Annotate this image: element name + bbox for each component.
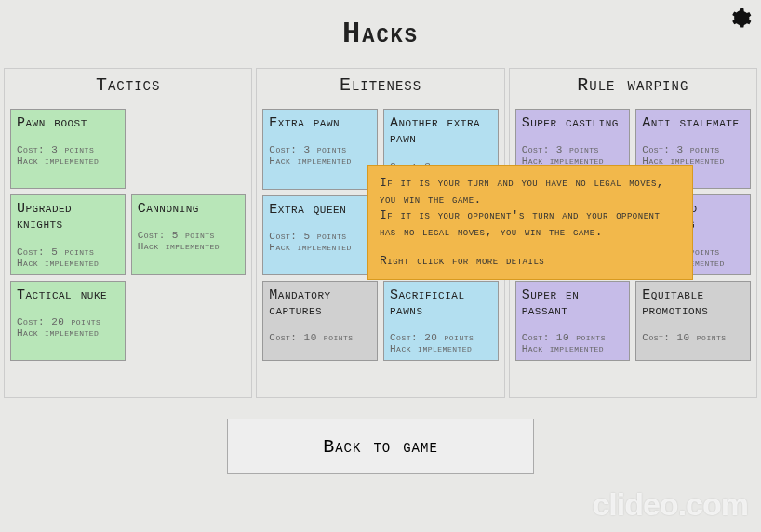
card-cost: Cost: 3 points bbox=[269, 144, 371, 155]
card-cost: Cost: 3 points bbox=[17, 144, 119, 155]
card-status: Hack implemented bbox=[390, 343, 492, 354]
card-name: Mandatory captures bbox=[269, 287, 371, 320]
card-name: Another extra pawn bbox=[390, 115, 492, 148]
card-cost: Cost: 10 points bbox=[269, 332, 371, 343]
card-cost: Cost: 20 points bbox=[17, 316, 119, 327]
card-name: Equitable promotions bbox=[642, 287, 744, 320]
card-name: Cannoning bbox=[138, 201, 240, 217]
watermark: clideo.com bbox=[592, 486, 748, 523]
card-name: Super en passant bbox=[522, 287, 624, 320]
card-status: Hack implemented bbox=[17, 258, 119, 269]
back-to-game-button[interactable]: Back to game bbox=[227, 419, 534, 474]
card-name: Pawn boost bbox=[17, 115, 119, 131]
column-title: Tactics bbox=[10, 74, 246, 96]
hack-card-mandatory-captures[interactable]: Mandatory captures Cost: 10 points bbox=[262, 281, 378, 362]
hack-card-upgraded-knights[interactable]: Upgraded knights Cost: 5 points Hack imp… bbox=[10, 194, 126, 275]
hack-card-cannoning[interactable]: Cannoning Cost: 5 points Hack implemente… bbox=[131, 194, 247, 275]
card-status: Hack implemented bbox=[522, 343, 624, 354]
column-title: Rule warping bbox=[515, 74, 751, 96]
card-status: Hack implemented bbox=[17, 327, 119, 339]
card-cost: Cost: 5 points bbox=[269, 231, 371, 242]
hack-card-extra-queen[interactable]: Extra queen Cost: 5 points Hack implemen… bbox=[262, 195, 378, 275]
tooltip-more: Right click for more details bbox=[380, 253, 681, 270]
card-cost: Cost: 20 points bbox=[390, 332, 492, 343]
card-status: Hack implemented bbox=[269, 242, 371, 253]
card-status: Hack implemented bbox=[138, 241, 240, 252]
card-cost: Cost: 3 points bbox=[642, 144, 744, 155]
card-status: Hack implemented bbox=[269, 155, 371, 166]
card-name: Upgraded knights bbox=[17, 201, 119, 233]
tooltip: If it is your turn and you have no legal… bbox=[367, 165, 693, 280]
card-name: Tactical nuke bbox=[17, 287, 119, 303]
hack-card-tactical-nuke[interactable]: Tactical nuke Cost: 20 points Hack imple… bbox=[10, 281, 126, 361]
card-name: Super castling bbox=[522, 115, 624, 131]
tooltip-line: If it is your turn and you have no legal… bbox=[380, 175, 681, 207]
card-name: Sacrificial pawns bbox=[390, 287, 492, 320]
hack-card-extra-pawn[interactable]: Extra pawn Cost: 3 points Hack implement… bbox=[262, 109, 378, 190]
hack-card-super-en-passant[interactable]: Super en passant Cost: 10 points Hack im… bbox=[515, 281, 631, 362]
card-cost: Cost: 3 points bbox=[522, 144, 624, 155]
card-name: Extra queen bbox=[269, 202, 371, 218]
card-cost: Cost: 10 points bbox=[642, 332, 744, 343]
card-cost: Cost: 5 points bbox=[138, 230, 240, 241]
card-name: Extra pawn bbox=[269, 115, 371, 131]
column-title: Eliteness bbox=[262, 74, 498, 96]
column-tactics: Tactics Pawn boost Cost: 3 points Hack i… bbox=[4, 68, 252, 398]
card-cost: Cost: 10 points bbox=[522, 332, 624, 343]
card-name: Anti stalemate bbox=[642, 115, 744, 131]
hack-card-sacrificial-pawns[interactable]: Sacrificial pawns Cost: 20 points Hack i… bbox=[383, 281, 499, 362]
page-title: Hacks bbox=[0, 0, 761, 51]
tooltip-line: If it is your opponent's turn and your o… bbox=[380, 207, 681, 240]
hack-card-equitable-promotions[interactable]: Equitable promotions Cost: 10 points bbox=[635, 281, 751, 362]
card-status: Hack implemented bbox=[17, 155, 119, 166]
card-cost: Cost: 5 points bbox=[17, 246, 119, 258]
card-grid: Pawn boost Cost: 3 points Hack implement… bbox=[10, 109, 246, 361]
gear-icon[interactable] bbox=[729, 7, 752, 30]
hack-card-pawn-boost[interactable]: Pawn boost Cost: 3 points Hack implement… bbox=[10, 109, 126, 189]
